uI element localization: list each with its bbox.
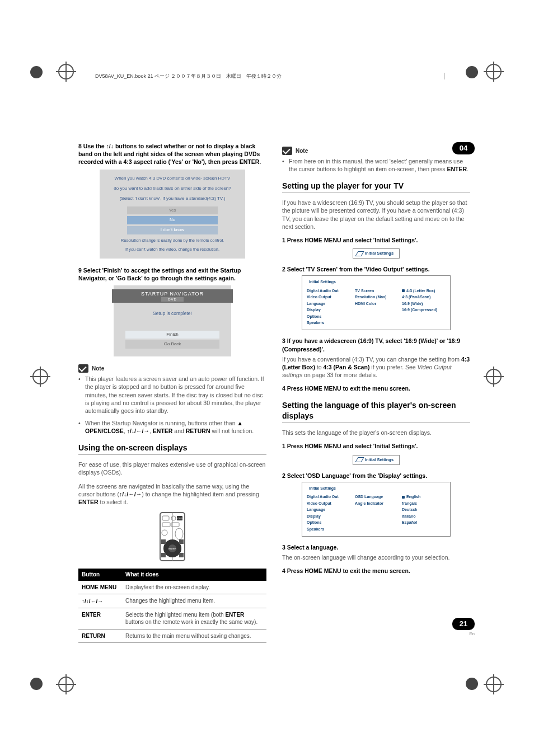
note2-pre: When the Startup Navigator is running, b… bbox=[85, 420, 237, 426]
wizard-footnote: Resolution change is easily done by the … bbox=[110, 238, 235, 243]
setting-cat: Display bbox=[307, 307, 349, 312]
setting-item: HDMI Color bbox=[355, 301, 396, 306]
crosshair-icon bbox=[484, 367, 504, 387]
lang-step-3: 3 Select a language. bbox=[282, 543, 470, 551]
step-8: 8 Use the ↑/↓ buttons to select whether … bbox=[78, 142, 266, 166]
note2-b4: RETURN bbox=[186, 428, 210, 434]
setting-item: TV Screen bbox=[355, 288, 396, 293]
setting-cat: Display bbox=[307, 514, 349, 519]
wizard-title-sub: DVD bbox=[161, 297, 184, 302]
wizard-option-no: No bbox=[127, 216, 218, 224]
right-column: Note From here on in this manual, the wo… bbox=[282, 142, 470, 643]
reg-mark-dot bbox=[30, 678, 43, 690]
tv-step-1: 1 Press HOME MENU and select 'Initial Se… bbox=[282, 236, 470, 244]
settings-screenshot-tv: Initial Settings Digital Audio Out Video… bbox=[302, 275, 451, 330]
note2-b3: ENTER bbox=[153, 428, 173, 434]
setting-item: Angle Indicator bbox=[355, 501, 396, 506]
rnote-enter: ENTER bbox=[447, 166, 467, 172]
header-strip: DV58AV_KU_EN.book 21 ページ ２００７年８月３０日 木曜日 … bbox=[95, 72, 444, 81]
r3-a: Selects the highlighted menu item (both bbox=[125, 612, 225, 618]
setting-value: 16:9 (Compressed) bbox=[402, 307, 437, 312]
initial-settings-pill: Initial Settings bbox=[353, 455, 400, 465]
table-row: ENTER Selects the highlighted menu item … bbox=[78, 608, 266, 629]
settings-head: Initial Settings bbox=[309, 279, 336, 284]
settings-screenshot-lang: Initial Settings Digital Audio Out Video… bbox=[302, 482, 451, 537]
table-cell-val: Changes the highlighted menu item. bbox=[122, 594, 266, 608]
svg-text:OSD: OSD bbox=[177, 517, 182, 520]
table-row: RETURN Returns to the main menu without … bbox=[78, 629, 266, 643]
initial-settings-label: Initial Settings bbox=[365, 457, 394, 463]
setting-cat: Video Output bbox=[307, 294, 349, 299]
note-label: Note bbox=[296, 147, 308, 155]
note-heading: Note bbox=[78, 364, 266, 373]
wizard-question-line: (Select 'I don't know', if you have a st… bbox=[110, 196, 235, 201]
setting-cat: Language bbox=[307, 301, 349, 306]
crosshair-icon bbox=[56, 62, 76, 82]
setting-value: 16:9 (Wide) bbox=[402, 301, 437, 306]
lang-paragraph: This sets the language of the player's o… bbox=[282, 429, 470, 436]
table-row: ↑/↓/←/→ Changes the highlighted menu ite… bbox=[78, 594, 266, 608]
wizard-complete-text: Setup is complete! bbox=[122, 311, 223, 317]
r3-c: buttons on the remote work in exactly th… bbox=[125, 619, 257, 625]
tv-paragraph: If you have a widescreen (16:9) TV, you … bbox=[282, 199, 470, 231]
crosshair-icon bbox=[30, 367, 50, 387]
tv-step-3-sub: If you have a conventional (4:3) TV, you… bbox=[282, 355, 470, 379]
setting-value: Deutsch bbox=[402, 507, 420, 512]
svg-rect-34 bbox=[179, 539, 184, 544]
note-label: Note bbox=[92, 365, 104, 373]
tv3-post2: on page 33 for more details. bbox=[302, 372, 377, 378]
table-cell-key: ENTER bbox=[78, 608, 122, 629]
table-cell-key: RETURN bbox=[78, 629, 122, 643]
reg-mark-dot bbox=[466, 66, 478, 78]
initial-settings-pill: Initial Settings bbox=[353, 248, 400, 259]
table-cell-key: ↑/↓/←/→ bbox=[78, 594, 122, 608]
rnote-post: . bbox=[467, 166, 469, 172]
svg-rect-32 bbox=[161, 553, 166, 557]
wizard-question-line: do you want to add black bars on either … bbox=[110, 186, 235, 191]
initial-settings-label: Initial Settings bbox=[365, 251, 394, 256]
wizard-finish-option: Finish bbox=[125, 331, 219, 339]
setting-value: English bbox=[402, 494, 420, 499]
note-bullet: From here on in this manual, the word 's… bbox=[282, 157, 470, 173]
setting-value: Español bbox=[402, 520, 420, 525]
settings-head: Initial Settings bbox=[309, 486, 336, 491]
svg-point-27 bbox=[175, 528, 183, 539]
setting-value: français bbox=[402, 501, 420, 506]
note2-post: will not function. bbox=[212, 428, 254, 434]
r3-b: ENTER bbox=[225, 612, 244, 618]
note2-b2: ↑/↓/←/→ bbox=[127, 428, 149, 434]
setting-value: 4:3 (Pan&Scan) bbox=[402, 294, 437, 299]
tv3-b2: 4:3 (Pan & Scan) bbox=[324, 364, 370, 370]
lang-step-3-sub: The on-screen language will change accor… bbox=[282, 553, 470, 561]
setting-value: Italiano bbox=[402, 514, 420, 519]
section-rule bbox=[78, 454, 266, 455]
osd-p2-mid: ) to change the highlighted item and pre… bbox=[142, 491, 259, 497]
tv3-mid: to bbox=[315, 364, 324, 370]
header-text: DV58AV_KU_EN.book 21 ページ ２００７年８月３０日 木曜日 … bbox=[95, 73, 282, 80]
setting-cat: Options bbox=[307, 314, 349, 319]
wizard-footnote: If you can't watch the video, change the… bbox=[110, 247, 235, 252]
osd-paragraph: For ease of use, this player makes exten… bbox=[78, 461, 266, 476]
wizard-goback-option: Go Back bbox=[125, 340, 219, 349]
osd-p2-enter: ENTER bbox=[78, 499, 99, 505]
reg-mark-dot bbox=[30, 66, 43, 78]
wizard-title: STARTUP NAVIGATOR DVD bbox=[112, 289, 233, 303]
tv3-pre: If you have a conventional (4:3) TV, you… bbox=[282, 356, 461, 363]
setting-cat: Digital Audio Out bbox=[307, 494, 349, 499]
tv-step-4: 4 Press HOME MENU to exit the menu scree… bbox=[282, 384, 470, 392]
setting-value-text: English bbox=[406, 495, 420, 499]
crosshair-icon bbox=[484, 62, 504, 82]
svg-rect-20 bbox=[162, 516, 169, 520]
tv-step-3: 3 If you have a widescreen (16:9) TV, se… bbox=[282, 337, 470, 353]
setting-item: Resolution (Max) bbox=[355, 294, 396, 299]
arrow-key-glyph: ↑/↓/←/→ bbox=[82, 598, 103, 605]
setting-cat: Digital Audio Out bbox=[307, 288, 349, 293]
setting-value-text: 4:3 (Letter Box) bbox=[406, 289, 435, 293]
section-title-tv: Setting up the player for your TV bbox=[282, 181, 470, 191]
crosshair-icon bbox=[56, 674, 76, 694]
osd-paragraph: All the screens are navigated in basical… bbox=[78, 482, 266, 506]
lang-step-2: 2 Select 'OSD Language' from the 'Displa… bbox=[282, 472, 470, 480]
reg-mark-dot bbox=[466, 678, 478, 690]
svg-rect-31 bbox=[161, 539, 166, 544]
wizard-option-yes: Yes bbox=[127, 206, 218, 215]
